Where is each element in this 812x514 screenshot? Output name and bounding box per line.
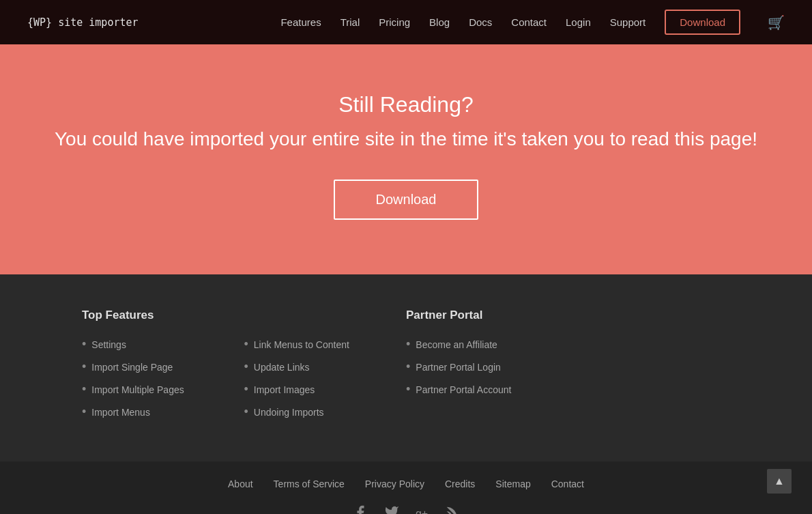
list-item: Import Multiple Pages	[82, 382, 244, 397]
twitter-icon[interactable]	[384, 504, 399, 514]
list-item: Link Menus to Content	[244, 337, 407, 352]
list-item: Settings	[82, 337, 244, 352]
footer-col-features: Top Features Settings Import Single Page…	[82, 309, 244, 427]
navbar: {WP} site importer Features Trial Pricin…	[0, 0, 812, 44]
footer-link-affiliate[interactable]: Become an Affiliate	[416, 339, 497, 350]
footer-more-list: Link Menus to Content Update Links Impor…	[244, 337, 407, 419]
footer-sitemap-link[interactable]: Sitemap	[495, 479, 530, 489]
footer-features-list: Settings Import Single Page Import Multi…	[82, 337, 244, 419]
nav-trial[interactable]: Trial	[340, 16, 360, 28]
nav-links: Features Trial Pricing Blog Docs Contact…	[280, 10, 785, 35]
footer-bottom: About Terms of Service Privacy Policy Cr…	[0, 461, 812, 514]
footer-link-import-single[interactable]: Import Single Page	[91, 362, 173, 373]
scroll-to-top-button[interactable]: ▲	[767, 469, 792, 494]
social-icons: g+	[27, 504, 785, 514]
hero-title: Still Reading?	[27, 92, 785, 117]
footer-col-partner-heading: Partner Portal	[406, 309, 568, 322]
nav-support[interactable]: Support	[610, 16, 646, 28]
footer-link-update-links[interactable]: Update Links	[254, 362, 310, 373]
list-item: Import Single Page	[82, 360, 244, 374]
list-item: Update Links	[244, 360, 407, 374]
footer-top: Top Features Settings Import Single Page…	[0, 274, 812, 461]
nav-login[interactable]: Login	[566, 16, 591, 28]
footer-partner-list: Become an Affiliate Partner Portal Login…	[406, 337, 568, 397]
list-item: Partner Portal Login	[406, 360, 568, 374]
rss-icon[interactable]	[444, 504, 459, 514]
nav-contact[interactable]: Contact	[511, 16, 547, 28]
hero-section: Still Reading? You could have imported y…	[0, 44, 812, 274]
footer-link-import-images[interactable]: Import Images	[254, 384, 315, 395]
nav-pricing[interactable]: Pricing	[379, 16, 410, 28]
footer-link-import-menus[interactable]: Import Menus	[91, 407, 150, 418]
footer-link-undoing-imports[interactable]: Undoing Imports	[254, 407, 324, 418]
facebook-icon[interactable]	[353, 504, 368, 514]
footer-link-settings[interactable]: Settings	[91, 339, 126, 350]
footer-tos-link[interactable]: Terms of Service	[274, 479, 345, 489]
footer-col-partner: Partner Portal Become an Affiliate Partn…	[406, 309, 568, 427]
google-plus-icon[interactable]: g+	[416, 504, 428, 514]
list-item: Import Menus	[82, 405, 244, 419]
footer-col-empty	[568, 309, 731, 427]
footer-link-portal-account[interactable]: Partner Portal Account	[416, 384, 511, 395]
list-item: Undoing Imports	[244, 405, 407, 419]
list-item: Partner Portal Account	[406, 382, 568, 397]
footer-credits-link[interactable]: Credits	[445, 479, 475, 489]
footer-contact-link[interactable]: Contact	[551, 479, 584, 489]
footer-bottom-links: About Terms of Service Privacy Policy Cr…	[27, 479, 785, 489]
list-item: Become an Affiliate	[406, 337, 568, 352]
hero-download-button[interactable]: Download	[334, 180, 479, 220]
footer-link-import-multiple[interactable]: Import Multiple Pages	[91, 384, 184, 395]
footer-privacy-link[interactable]: Privacy Policy	[365, 479, 424, 489]
nav-docs[interactable]: Docs	[469, 16, 492, 28]
nav-features[interactable]: Features	[280, 16, 321, 28]
footer-link-portal-login[interactable]: Partner Portal Login	[416, 362, 501, 373]
footer-col-more-features: Link Menus to Content Update Links Impor…	[244, 309, 407, 427]
nav-blog[interactable]: Blog	[429, 16, 450, 28]
list-item: Import Images	[244, 382, 407, 397]
hero-subtitle: You could have imported your entire site…	[27, 126, 785, 152]
site-logo: {WP} site importer	[27, 16, 139, 29]
nav-download-button[interactable]: Download	[665, 10, 740, 35]
footer-col-more-heading	[244, 309, 407, 322]
cart-icon[interactable]: 🛒	[768, 14, 785, 31]
footer-about-link[interactable]: About	[228, 479, 253, 489]
footer-link-menus-content[interactable]: Link Menus to Content	[254, 339, 349, 350]
footer-col-features-heading: Top Features	[82, 309, 244, 322]
